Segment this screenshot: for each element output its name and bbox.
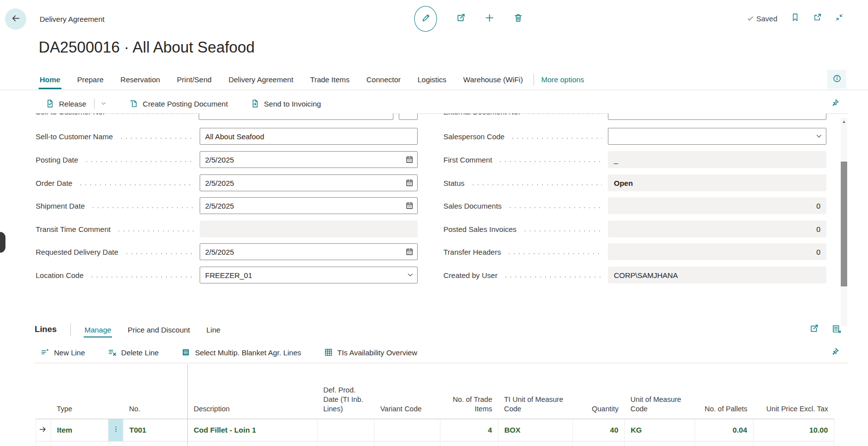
tab-logistics[interactable]: Logistics <box>417 70 447 89</box>
cell-def_prod_date[interactable] <box>318 419 375 441</box>
column-header-quantity[interactable]: Quantity <box>573 364 625 419</box>
new-button[interactable] <box>485 13 494 25</box>
table-row[interactable]: ItemT001Cod Fillet - Loin 14BOX40KG0.041… <box>36 419 834 441</box>
scrollbar-thumb[interactable] <box>841 162 847 286</box>
chevron-down-icon[interactable] <box>101 101 107 107</box>
tab-trade-items[interactable]: Trade Items <box>309 70 350 89</box>
cell-no[interactable]: T001 <box>123 419 188 441</box>
side-panel-handle[interactable] <box>0 232 5 253</box>
location-code-input[interactable]: FREEZER_01 <box>200 267 418 283</box>
cell-description[interactable]: Cod Fillet - Loin 1 <box>188 419 318 441</box>
lines-select-multip-blanket-agr-lines-button[interactable]: Select Multip. Blanket Agr. Lines <box>181 348 301 357</box>
posting-date-input[interactable]: 2/5/2025 <box>200 151 418 168</box>
breadcrumb[interactable]: Delivery Agreement <box>40 15 105 23</box>
share-button[interactable] <box>456 13 466 25</box>
lines-share-button[interactable] <box>809 324 819 335</box>
edit-button[interactable] <box>414 6 437 32</box>
column-header-unit_price[interactable]: Unit Price Excl. Tax <box>754 364 834 419</box>
column-header-description[interactable]: Description <box>188 364 318 419</box>
calendar-icon[interactable] <box>405 248 414 256</box>
open-in-new-button[interactable] <box>813 13 822 24</box>
posted-sales-invoices-label: Posted Sales Invoices <box>443 225 608 233</box>
cell-unit_price[interactable]: 10.00 <box>754 419 834 441</box>
column-header-uom[interactable]: Unit of Measure Code <box>625 364 695 419</box>
cell-empty <box>51 441 108 446</box>
lines-tab-manage[interactable]: Manage <box>84 322 111 338</box>
top-bar: Delivery Agreement Saved <box>0 0 868 32</box>
cell-trade_items[interactable]: 4 <box>440 419 498 441</box>
plus-icon <box>485 13 494 25</box>
create-posting-document-button[interactable]: Create Posting Document <box>129 99 228 108</box>
sell-to-customer-no-row: Sell-to Customer No. <box>36 113 418 120</box>
column-header-pallets[interactable]: No. of Pallets <box>695 364 754 419</box>
dot-leader <box>90 276 194 278</box>
posting-date-input-value: 2/5/2025 <box>205 156 234 164</box>
salesperson-code-input[interactable] <box>608 128 826 145</box>
cell-quantity[interactable]: 40 <box>573 419 625 441</box>
dot-leader <box>507 253 602 255</box>
dot-leader <box>124 253 194 255</box>
send-to-invoicing-button[interactable]: Send to Invoicing <box>251 99 321 108</box>
lines-tab-line[interactable]: Line <box>206 322 221 338</box>
action-bar: ReleaseCreate Posting DocumentSend to In… <box>35 94 848 114</box>
help-button[interactable] <box>827 70 846 89</box>
tab-home[interactable]: Home <box>39 70 61 89</box>
cell-empty <box>695 441 754 446</box>
bookmark-button[interactable] <box>791 13 800 24</box>
shipment-date-input[interactable]: 2/5/2025 <box>200 197 418 214</box>
lines-new-line-button[interactable]: New Line <box>41 348 85 357</box>
open-in-excel-button[interactable] <box>832 324 841 335</box>
sell-to-customer-no-input[interactable] <box>199 113 393 120</box>
delete-button[interactable] <box>513 13 523 25</box>
external-document-no-input[interactable] <box>608 113 826 120</box>
tab-delivery-agreement[interactable]: Delivery Agreement <box>227 70 294 89</box>
vertical-scrollbar[interactable]: ▲ <box>841 118 847 326</box>
tab-prepare[interactable]: Prepare <box>76 70 105 89</box>
new-line-icon <box>41 348 50 357</box>
more-options-button[interactable]: More options <box>541 75 584 84</box>
calendar-icon[interactable] <box>405 179 414 187</box>
cell-variant[interactable] <box>375 419 440 441</box>
lines-tis-availability-overview-button[interactable]: TIs Availability Overview <box>324 348 417 357</box>
column-header-no[interactable]: No. <box>123 364 188 419</box>
pin-lines-toolbar-button[interactable] <box>831 347 839 357</box>
chevron-down-icon[interactable] <box>815 133 822 140</box>
lines-delete-line-button[interactable]: Delete Line <box>108 348 159 357</box>
requested-delivery-date-input-value: 2/5/2025 <box>205 248 234 256</box>
column-header-type[interactable]: Type <box>51 364 108 419</box>
pin-actions-button[interactable] <box>831 99 839 109</box>
dot-leader <box>523 230 602 232</box>
tab-reservation[interactable]: Reservation <box>119 70 161 89</box>
lines-title-divider <box>70 323 71 336</box>
requested-delivery-date-input[interactable]: 2/5/2025 <box>200 243 418 260</box>
calendar-icon[interactable] <box>405 156 414 164</box>
arrow-left-icon <box>11 13 21 25</box>
tab-connector[interactable]: Connector <box>366 70 402 89</box>
cell-ti_uom[interactable]: BOX <box>498 419 573 441</box>
tab-warehouse-wifi[interactable]: Warehouse (WiFi) <box>462 70 524 89</box>
scrollbar-up-arrow[interactable]: ▲ <box>841 119 847 124</box>
sell-to-customer-name-input[interactable]: All About Seafood <box>200 128 418 145</box>
row-menu-cell[interactable] <box>108 419 123 441</box>
dot-leader <box>510 137 602 139</box>
tab-print-send[interactable]: Print/Send <box>176 70 213 89</box>
first-comment-label: First Comment <box>443 156 608 164</box>
collapse-button[interactable] <box>835 13 843 23</box>
calendar-icon[interactable] <box>405 202 414 210</box>
column-header-variant[interactable]: Variant Code <box>375 364 440 419</box>
lines-tab-price-and-discount[interactable]: Price and Discount <box>127 322 191 338</box>
sell-to-customer-no-assist-button[interactable] <box>399 113 418 120</box>
cell-uom[interactable]: KG <box>625 419 695 441</box>
share-icon <box>456 13 466 25</box>
back-button[interactable] <box>5 8 26 30</box>
cell-type[interactable]: Item <box>51 419 108 441</box>
column-header-trade_items[interactable]: No. of Trade Items <box>440 364 498 419</box>
column-header-ti_uom[interactable]: TI Unit of Measure Code <box>498 364 573 419</box>
column-header-def_prod_date[interactable]: Def. Prod. Date (TI Inb. Lines) <box>318 364 375 419</box>
cell-pallets[interactable]: 0.04 <box>695 419 754 441</box>
order-date-input[interactable]: 2/5/2025 <box>200 174 418 191</box>
release-button[interactable]: Release <box>46 99 107 109</box>
chevron-down-icon[interactable] <box>407 272 414 279</box>
created-by-user-value: CORP\SAMJHANA <box>608 267 826 283</box>
lines-header: Lines ManagePrice and DiscountLine <box>35 320 848 339</box>
